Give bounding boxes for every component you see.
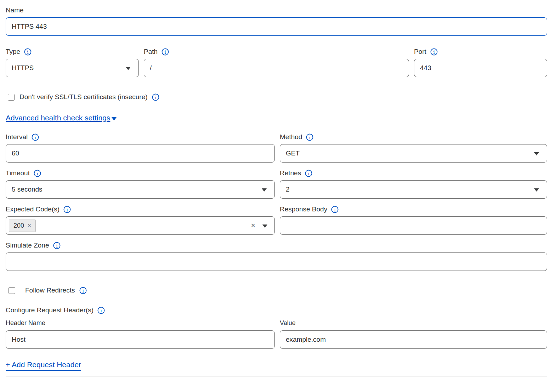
interval-input[interactable]	[6, 144, 275, 163]
header-name-input[interactable]	[6, 330, 275, 349]
svg-text:i: i	[27, 49, 29, 55]
type-select[interactable]: HTTPS	[6, 59, 139, 77]
header-value-field: Value	[280, 319, 547, 349]
request-header-row: Header Name Value	[6, 319, 547, 349]
expected-codes-field: Expected Code(s) i 200 × ×	[6, 205, 275, 235]
info-icon[interactable]: i	[79, 287, 87, 294]
type-path-port-row: Type i HTTPS Path i	[6, 48, 547, 77]
method-field: Method i GET	[280, 133, 547, 163]
info-icon[interactable]: i	[32, 133, 39, 141]
info-icon[interactable]: i	[152, 93, 159, 101]
header-value-input[interactable]	[280, 330, 547, 349]
timeout-label: Timeout	[6, 169, 30, 177]
info-icon[interactable]: i	[430, 48, 438, 56]
header-name-label: Header Name	[6, 319, 45, 327]
info-icon[interactable]: i	[24, 48, 32, 56]
type-select-value: HTTPS	[12, 64, 34, 72]
health-check-form: Name Type i HTTPS Path i	[0, 0, 556, 376]
info-icon[interactable]: i	[306, 133, 313, 141]
info-icon[interactable]: i	[63, 206, 71, 213]
timeout-select[interactable]: 5 seconds	[6, 180, 275, 199]
svg-text:i: i	[36, 171, 38, 176]
svg-text:i: i	[164, 49, 166, 55]
timeout-field: Timeout i 5 seconds	[6, 169, 275, 199]
port-label: Port	[414, 48, 426, 56]
retries-select-value: 2	[286, 186, 290, 193]
retries-field: Retries i 2	[280, 169, 547, 199]
retries-label: Retries	[280, 169, 301, 177]
name-input[interactable]	[6, 17, 547, 36]
follow-redirects-label: Follow Redirects	[25, 286, 75, 294]
interval-field: Interval i	[6, 133, 275, 163]
chevron-down-icon	[534, 188, 539, 192]
response-body-label: Response Body	[280, 205, 327, 213]
chevron-down-icon	[262, 188, 267, 192]
info-icon[interactable]: i	[161, 48, 169, 56]
svg-text:i: i	[35, 135, 36, 140]
svg-text:i: i	[308, 171, 310, 176]
simulate-zone-field: Simulate Zone i	[6, 242, 547, 271]
name-field: Name	[6, 6, 547, 36]
svg-text:i: i	[433, 49, 435, 55]
configure-headers-label: Configure Request Header(s)	[6, 306, 93, 314]
chevron-down-icon	[534, 152, 539, 155]
info-icon[interactable]: i	[53, 242, 61, 249]
info-icon[interactable]: i	[34, 170, 41, 177]
info-icon[interactable]: i	[331, 206, 339, 213]
header-name-field: Header Name	[6, 319, 275, 349]
section-divider	[6, 376, 547, 376]
add-request-header-link[interactable]: + Add Request Header	[6, 360, 81, 371]
interval-label: Interval	[6, 133, 28, 141]
advanced-settings-grid: Interval i Method i GET	[6, 133, 547, 235]
timeout-select-value: 5 seconds	[12, 186, 42, 193]
method-label: Method	[280, 133, 302, 141]
configure-headers-section: Configure Request Header(s) i	[6, 306, 547, 314]
type-label: Type	[6, 48, 20, 56]
chevron-down-icon	[262, 225, 267, 228]
info-icon[interactable]: i	[97, 307, 105, 314]
path-label: Path	[144, 48, 158, 56]
advanced-settings-row: Advanced health check settings	[6, 114, 547, 122]
follow-redirects-checkbox[interactable]	[8, 287, 15, 294]
method-select-value: GET	[286, 149, 300, 157]
chevron-down-icon	[111, 117, 117, 120]
method-select[interactable]: GET	[280, 144, 547, 163]
svg-text:i: i	[83, 288, 84, 293]
name-label: Name	[6, 6, 24, 14]
add-header-row: + Add Request Header	[6, 360, 547, 371]
advanced-settings-link[interactable]: Advanced health check settings	[6, 114, 110, 122]
follow-redirects-row: Follow Redirects i	[6, 286, 547, 294]
ssl-verify-label: Don't verify SSL/TLS certificates (insec…	[19, 93, 148, 101]
svg-text:i: i	[101, 308, 102, 313]
expected-codes-label: Expected Code(s)	[6, 205, 59, 213]
remove-tag-icon[interactable]: ×	[28, 222, 31, 229]
type-field: Type i HTTPS	[6, 48, 139, 77]
expected-code-tag-value: 200	[13, 222, 24, 229]
response-body-input[interactable]	[280, 216, 547, 235]
header-value-label: Value	[280, 319, 296, 327]
port-input[interactable]	[414, 59, 547, 77]
simulate-zone-label: Simulate Zone	[6, 242, 49, 249]
info-icon[interactable]: i	[305, 170, 312, 177]
response-body-field: Response Body i	[280, 205, 547, 235]
retries-select[interactable]: 2	[280, 180, 547, 199]
svg-text:i: i	[334, 207, 336, 212]
expected-code-tag: 200 ×	[9, 220, 36, 232]
chevron-down-icon	[126, 67, 131, 70]
ssl-verify-checkbox[interactable]	[8, 94, 15, 101]
clear-all-icon[interactable]: ×	[251, 222, 255, 229]
svg-text:i: i	[155, 95, 156, 100]
path-field: Path i	[144, 48, 409, 77]
path-input[interactable]	[144, 59, 409, 77]
svg-text:i: i	[66, 207, 68, 212]
expected-codes-multiselect[interactable]: 200 × ×	[6, 216, 275, 235]
simulate-zone-input[interactable]	[6, 252, 547, 271]
svg-text:i: i	[56, 243, 57, 248]
svg-text:i: i	[309, 135, 311, 140]
ssl-verify-checkbox-row: Don't verify SSL/TLS certificates (insec…	[6, 93, 547, 101]
port-field: Port i	[414, 48, 547, 77]
